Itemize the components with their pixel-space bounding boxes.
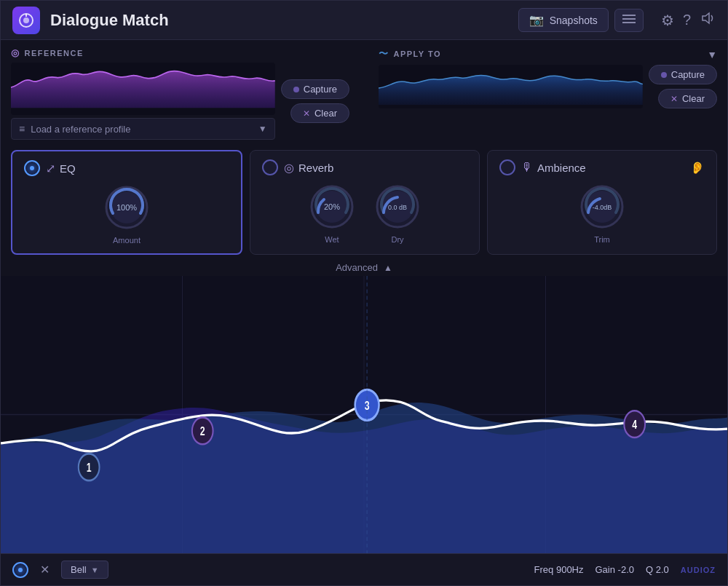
svg-text:2: 2 xyxy=(200,425,205,438)
reverb-module: ◎ Reverb 20% Wet xyxy=(250,150,480,255)
apply-to-controls: Capture ✕ Clear xyxy=(649,65,717,108)
reverb-module-header: ◎ Reverb xyxy=(262,159,467,175)
eq-amount-knob[interactable]: 100% xyxy=(101,182,152,233)
capture-dot-icon xyxy=(293,87,299,92)
snapshots-button[interactable]: 📷 Snapshots xyxy=(518,8,609,32)
freq-param: Freq 900Hz xyxy=(534,564,584,575)
eq-icon: ⤢ xyxy=(46,162,55,175)
reference-controls: Capture ✕ Clear xyxy=(281,79,349,123)
reverb-module-title: ◎ Reverb xyxy=(284,161,333,175)
reverb-icon: ◎ xyxy=(284,161,294,175)
power-on-dot xyxy=(30,166,34,170)
speaker-icon xyxy=(700,10,716,26)
advanced-label: Advanced xyxy=(336,262,378,273)
apply-clear-button[interactable]: ✕ Clear xyxy=(658,89,717,108)
eq-power-button[interactable] xyxy=(24,160,40,176)
filter-type-label: Bell xyxy=(71,564,87,575)
load-profile-label: Load a reference profile xyxy=(31,124,130,135)
reference-section: ◎ REFERENCE xyxy=(11,47,349,140)
ambience-trim-knob-group: -4.0dB Trim xyxy=(577,181,628,244)
hamburger-icon xyxy=(622,14,636,24)
snapshots-label: Snapshots xyxy=(550,15,598,26)
reverb-knob-row: 20% Wet 0.0 dB D xyxy=(306,181,423,244)
freq-value: 900Hz xyxy=(556,564,584,575)
help-icon[interactable]: ? xyxy=(683,12,691,28)
q-value: 2.0 xyxy=(656,564,669,575)
ambience-module-header: 🎙 Ambience 👂 xyxy=(499,159,705,175)
svg-text:1: 1 xyxy=(87,462,92,475)
apply-capture-button[interactable]: Capture xyxy=(649,65,717,84)
svg-text:4: 4 xyxy=(632,419,637,432)
filter-chevron-icon: ▼ xyxy=(91,566,99,574)
eq-module-title: ⤢ EQ xyxy=(46,162,76,175)
capture-dot2-icon xyxy=(661,72,667,78)
clear-x2-icon: ✕ xyxy=(670,94,678,104)
eq-amount-knob-group: 100% Amount xyxy=(101,182,152,245)
q-param: Q 2.0 xyxy=(646,564,669,575)
ambience-knob-row: -4.0dB Trim xyxy=(577,181,628,244)
svg-text:-4.0dB: -4.0dB xyxy=(593,204,612,211)
panels-row: ▼ ◎ REFERENCE xyxy=(1,40,727,146)
eq-graph-svg: 1 2 3 4 xyxy=(1,276,727,553)
advanced-arrow-icon: ▲ xyxy=(384,263,392,273)
apply-to-waveform xyxy=(379,65,643,108)
eq-graph[interactable]: 1 2 3 4 xyxy=(1,276,727,553)
down-arrow-icon: ▼ xyxy=(707,49,717,60)
ambience-trim-label: Trim xyxy=(594,235,610,244)
ambience-module: 🎙 Ambience 👂 -4.0dB xyxy=(487,150,717,255)
menu-lines-icon: ≡ xyxy=(19,123,25,135)
reference-capture-button[interactable]: Capture xyxy=(281,79,349,99)
reference-label: ◎ REFERENCE xyxy=(11,47,349,58)
reverb-dry-label: Dry xyxy=(391,235,403,244)
gain-value: -2.0 xyxy=(618,564,634,575)
bottom-bar: ✕ Bell ▼ Freq 900Hz Gain -2.0 Q 2.0 AUDI… xyxy=(1,553,727,585)
svg-text:100%: 100% xyxy=(116,203,137,212)
ambience-module-title: 🎙 Ambience xyxy=(521,161,586,174)
header: Dialogue Match 📷 Snapshots ⚙ ? xyxy=(1,1,727,40)
eq-module: ⤢ EQ 100% Amount xyxy=(11,150,242,255)
ambience-trim-knob[interactable]: -4.0dB xyxy=(577,181,628,232)
bottom-power-button[interactable] xyxy=(12,562,28,578)
settings-icon[interactable]: ⚙ xyxy=(661,12,674,29)
apply-to-icon: 〜 xyxy=(379,47,389,60)
filter-type-selector[interactable]: Bell ▼ xyxy=(61,561,108,579)
reverb-wet-knob[interactable]: 20% xyxy=(306,181,357,232)
app-title: Dialogue Match xyxy=(50,11,518,30)
apply-to-section: 〜 APPLY TO xyxy=(379,47,717,140)
logo xyxy=(12,7,40,34)
reverb-dry-knob-group: 0.0 dB Dry xyxy=(372,181,423,244)
ambience-icon: 🎙 xyxy=(521,161,533,174)
ear-icon[interactable]: 👂 xyxy=(690,161,705,175)
reverb-dry-knob[interactable]: 0.0 dB xyxy=(372,181,423,232)
app-container: Dialogue Match 📷 Snapshots ⚙ ? xyxy=(0,0,728,586)
modules-row: ⤢ EQ 100% Amount xyxy=(1,146,727,259)
svg-point-1 xyxy=(23,17,29,23)
dropdown-chevron-icon: ▼ xyxy=(258,124,267,134)
reference-clear-button[interactable]: ✕ Clear xyxy=(290,103,349,123)
eq-knob-row: 100% Amount xyxy=(101,182,152,245)
clear-x-icon: ✕ xyxy=(303,108,310,119)
eq-module-header: ⤢ EQ xyxy=(24,160,229,176)
menu-button[interactable] xyxy=(614,9,644,32)
reverb-wet-knob-group: 20% Wet xyxy=(306,181,357,244)
reverb-wet-label: Wet xyxy=(325,235,339,244)
eq-amount-label: Amount xyxy=(113,236,141,245)
reference-waveform xyxy=(11,63,275,115)
audio-icon[interactable] xyxy=(700,10,716,30)
reference-waveform-row: ≡ Load a reference profile ▼ Capture ✕ C… xyxy=(11,63,349,140)
camera-icon: 📷 xyxy=(529,13,544,27)
audioz-logo: AUDIOZ xyxy=(681,566,716,574)
apply-to-waveform-row: Capture ✕ Clear xyxy=(379,65,717,108)
gain-param: Gain -2.0 xyxy=(596,564,635,575)
bottom-x-button[interactable]: ✕ xyxy=(40,563,50,577)
apply-to-label: 〜 APPLY TO xyxy=(379,47,717,60)
svg-text:0.0 dB: 0.0 dB xyxy=(388,204,407,211)
advanced-toggle[interactable]: Advanced ▲ xyxy=(1,259,727,276)
load-profile-bar[interactable]: ≡ Load a reference profile ▼ xyxy=(11,118,275,140)
svg-text:20%: 20% xyxy=(324,202,340,211)
logo-icon xyxy=(17,12,35,29)
header-actions: ⚙ ? xyxy=(661,10,716,30)
ambience-power-button[interactable] xyxy=(499,159,515,175)
reverb-power-button[interactable] xyxy=(262,159,278,175)
reference-icon: ◎ xyxy=(11,47,20,58)
